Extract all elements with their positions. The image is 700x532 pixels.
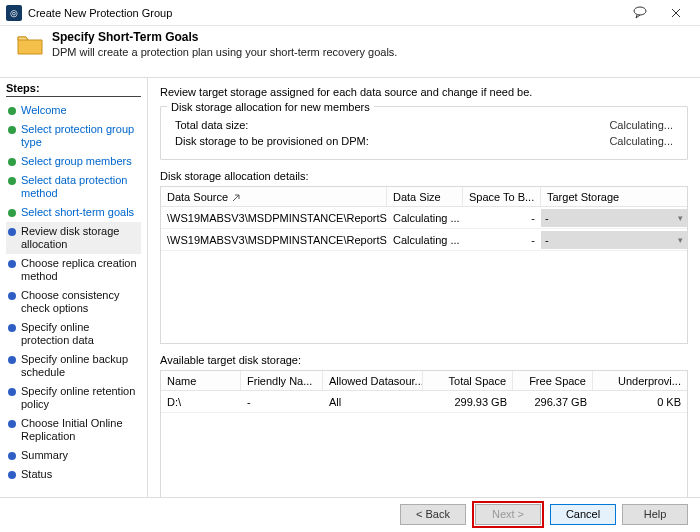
chevron-down-icon: ▾ bbox=[678, 235, 683, 245]
step-label: Review disk storage allocation bbox=[21, 225, 139, 251]
app-icon: ◎ bbox=[6, 5, 22, 21]
details-header-row: Data Source Data Size Space To B... Targ… bbox=[161, 187, 687, 207]
wizard-content: Review target storage assigned for each … bbox=[148, 78, 700, 497]
cell-size: Calculating ... bbox=[387, 234, 463, 246]
chevron-down-icon: ▾ bbox=[678, 213, 683, 223]
step-4[interactable]: Select short-term goals bbox=[6, 203, 141, 222]
storage-empty-area bbox=[161, 413, 687, 497]
step-8: Specify online protection data bbox=[6, 318, 141, 350]
cell-target: -▾ bbox=[541, 231, 687, 249]
intro-text: Review target storage assigned for each … bbox=[160, 86, 688, 98]
wizard-footer: < Back Next > Cancel Help bbox=[0, 498, 700, 530]
step-5[interactable]: Review disk storage allocation bbox=[6, 222, 141, 254]
cell-source: \WS19MABSV3\MSDPMINSTANCE\ReportServe... bbox=[161, 234, 387, 246]
cell-target: -▾ bbox=[541, 209, 687, 227]
step-bullet-icon bbox=[8, 452, 16, 460]
page-subtitle: DPM will create a protection plan using … bbox=[52, 46, 397, 58]
step-label: Status bbox=[21, 468, 52, 481]
step-bullet-icon bbox=[8, 324, 16, 332]
total-data-size-label: Total data size: bbox=[175, 119, 609, 131]
col-friendly[interactable]: Friendly Na... bbox=[241, 371, 323, 390]
storage-title: Available target disk storage: bbox=[160, 354, 688, 366]
details-empty-area bbox=[161, 251, 687, 343]
step-label: Specify online backup schedule bbox=[21, 353, 139, 379]
table-row[interactable]: \WS19MABSV3\MSDPMINSTANCE\ReportServe...… bbox=[161, 229, 687, 251]
help-balloon-icon[interactable] bbox=[622, 3, 658, 23]
step-3[interactable]: Select data protection method bbox=[6, 171, 141, 203]
step-label: Choose Initial Online Replication bbox=[21, 417, 139, 443]
col-allowed[interactable]: Allowed Datasour... bbox=[323, 371, 423, 390]
step-bullet-icon bbox=[8, 158, 16, 166]
step-bullet-icon bbox=[8, 260, 16, 268]
svg-point-0 bbox=[634, 7, 646, 15]
cell-name: D:\ bbox=[161, 396, 241, 408]
cell-source: \WS19MABSV3\MSDPMINSTANCE\ReportServe... bbox=[161, 212, 387, 224]
table-row[interactable]: \WS19MABSV3\MSDPMINSTANCE\ReportServe...… bbox=[161, 207, 687, 229]
col-total-space[interactable]: Total Space bbox=[423, 371, 513, 390]
col-underprov[interactable]: Underprovi... bbox=[593, 371, 687, 390]
step-label: Select short-term goals bbox=[21, 206, 134, 219]
table-row[interactable]: D:\-All299.93 GB296.37 GB0 KB bbox=[161, 391, 687, 413]
step-2[interactable]: Select group members bbox=[6, 152, 141, 171]
cell-free: 296.37 GB bbox=[513, 396, 593, 408]
details-table: Data Source Data Size Space To B... Targ… bbox=[160, 186, 688, 344]
target-storage-dropdown[interactable]: -▾ bbox=[541, 231, 687, 249]
step-bullet-icon bbox=[8, 177, 16, 185]
step-bullet-icon bbox=[8, 471, 16, 479]
next-highlight: Next > bbox=[472, 501, 544, 528]
step-9: Specify online backup schedule bbox=[6, 350, 141, 382]
step-12: Summary bbox=[6, 446, 141, 465]
cell-friendly: - bbox=[241, 396, 323, 408]
steps-sidebar: Steps: WelcomeSelect protection group ty… bbox=[0, 78, 148, 497]
cancel-button[interactable]: Cancel bbox=[550, 504, 616, 525]
step-bullet-icon bbox=[8, 126, 16, 134]
step-bullet-icon bbox=[8, 420, 16, 428]
wizard-header: Specify Short-Term Goals DPM will create… bbox=[0, 26, 700, 78]
disk-provisioned-label: Disk storage to be provisioned on DPM: bbox=[175, 135, 609, 147]
col-data-size[interactable]: Data Size bbox=[387, 187, 463, 206]
title-bar: ◎ Create New Protection Group bbox=[0, 0, 700, 26]
sort-asc-icon bbox=[232, 191, 240, 203]
target-storage-dropdown[interactable]: -▾ bbox=[541, 209, 687, 227]
new-members-group: Disk storage allocation for new members … bbox=[160, 106, 688, 160]
cell-space: - bbox=[463, 212, 541, 224]
back-button[interactable]: < Back bbox=[400, 504, 466, 525]
step-label: Specify online retention policy bbox=[21, 385, 139, 411]
step-6: Choose replica creation method bbox=[6, 254, 141, 286]
step-label: Welcome bbox=[21, 104, 67, 117]
storage-table: Name Friendly Na... Allowed Datasour... … bbox=[160, 370, 688, 497]
target-value: - bbox=[545, 212, 549, 224]
col-data-source[interactable]: Data Source bbox=[161, 187, 387, 206]
step-bullet-icon bbox=[8, 388, 16, 396]
step-7: Choose consistency check options bbox=[6, 286, 141, 318]
target-value: - bbox=[545, 234, 549, 246]
step-bullet-icon bbox=[8, 292, 16, 300]
storage-header-row: Name Friendly Na... Allowed Datasour... … bbox=[161, 371, 687, 391]
cell-under: 0 KB bbox=[593, 396, 687, 408]
step-10: Specify online retention policy bbox=[6, 382, 141, 414]
col-space-to-be[interactable]: Space To B... bbox=[463, 187, 541, 206]
page-title: Specify Short-Term Goals bbox=[52, 30, 397, 44]
step-1[interactable]: Select protection group type bbox=[6, 120, 141, 152]
step-bullet-icon bbox=[8, 107, 16, 115]
step-bullet-icon bbox=[8, 209, 16, 217]
step-0[interactable]: Welcome bbox=[6, 101, 141, 120]
cell-allowed: All bbox=[323, 396, 423, 408]
step-label: Select data protection method bbox=[21, 174, 139, 200]
close-button[interactable] bbox=[658, 3, 694, 23]
step-label: Choose consistency check options bbox=[21, 289, 139, 315]
col-name[interactable]: Name bbox=[161, 371, 241, 390]
col-target-storage[interactable]: Target Storage bbox=[541, 187, 687, 206]
step-label: Select group members bbox=[21, 155, 132, 168]
step-bullet-icon bbox=[8, 228, 16, 236]
step-label: Summary bbox=[21, 449, 68, 462]
col-free-space[interactable]: Free Space bbox=[513, 371, 593, 390]
new-members-legend: Disk storage allocation for new members bbox=[167, 101, 374, 113]
step-label: Select protection group type bbox=[21, 123, 139, 149]
step-label: Choose replica creation method bbox=[21, 257, 139, 283]
step-bullet-icon bbox=[8, 356, 16, 364]
next-button[interactable]: Next > bbox=[475, 504, 541, 525]
disk-provisioned-value: Calculating... bbox=[609, 135, 673, 147]
total-data-size-value: Calculating... bbox=[609, 119, 673, 131]
help-button[interactable]: Help bbox=[622, 504, 688, 525]
